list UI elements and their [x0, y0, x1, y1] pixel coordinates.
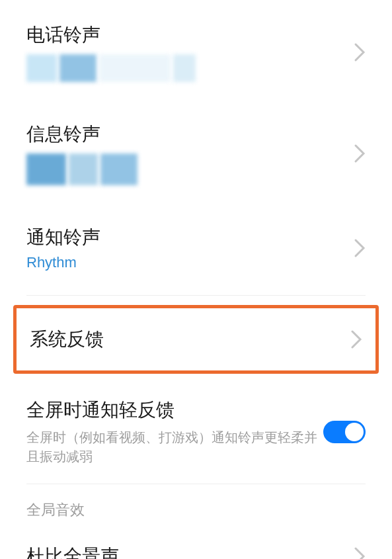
- item-title: 杜比全景声: [26, 544, 343, 559]
- chevron-right-icon: [354, 238, 366, 258]
- chevron-right-icon: [354, 144, 366, 163]
- settings-item-fullscreen-light-feedback: 全屏时通知轻反馈 全屏时（例如看视频、打游戏）通知铃声更轻柔并且振动减弱: [0, 383, 392, 484]
- settings-item-system-feedback[interactable]: 系统反馈: [17, 308, 375, 370]
- chevron-right-icon: [354, 546, 366, 559]
- item-title: 电话铃声: [26, 22, 343, 48]
- redacted-subtitle: [26, 153, 343, 185]
- chevron-right-icon: [354, 42, 366, 62]
- section-header-global-effects: 全局音效: [0, 484, 392, 528]
- settings-item-dolby-atmos[interactable]: 杜比全景声: [0, 528, 392, 559]
- item-title: 通知铃声: [26, 225, 343, 250]
- row-text: 全屏时通知轻反馈 全屏时（例如看视频、打游戏）通知铃声更轻柔并且振动减弱: [26, 398, 323, 466]
- settings-item-message-ringtone[interactable]: 信息铃声: [0, 102, 392, 205]
- redacted-subtitle: [26, 54, 343, 82]
- item-title: 信息铃声: [26, 122, 343, 147]
- row-text: 信息铃声: [26, 122, 343, 185]
- settings-item-notification-ringtone[interactable]: 通知铃声 Rhythm: [0, 205, 392, 295]
- settings-item-phone-ringtone[interactable]: 电话铃声: [0, 0, 392, 102]
- highlighted-item: 系统反馈: [13, 305, 379, 374]
- chevron-right-icon: [350, 329, 362, 349]
- item-subtitle: Rhythm: [26, 254, 343, 271]
- divider: [26, 295, 366, 296]
- row-text: 通知铃声 Rhythm: [26, 225, 343, 271]
- row-text: 电话铃声: [26, 22, 343, 82]
- toggle-switch[interactable]: [323, 421, 366, 443]
- row-text: 系统反馈: [30, 327, 340, 352]
- item-title: 全屏时通知轻反馈: [26, 398, 323, 423]
- row-text: 杜比全景声: [26, 544, 343, 559]
- item-title: 系统反馈: [30, 327, 340, 352]
- item-description: 全屏时（例如看视频、打游戏）通知铃声更轻柔并且振动减弱: [26, 428, 323, 466]
